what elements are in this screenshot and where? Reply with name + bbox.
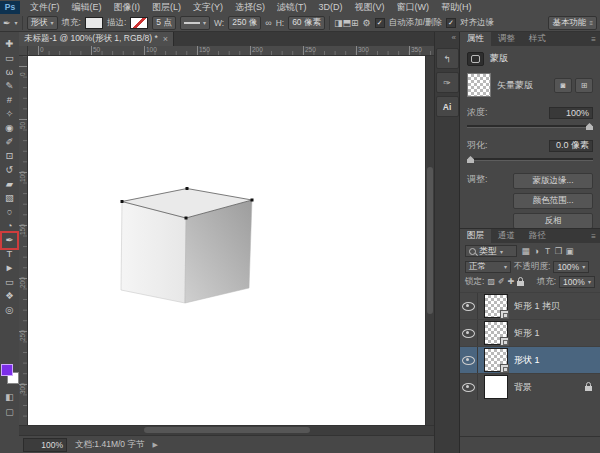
dock-panel-button[interactable]: ↰ xyxy=(436,48,459,69)
eye-icon[interactable] xyxy=(462,383,475,392)
refine-button[interactable]: 反相 xyxy=(513,213,593,228)
tool-preset-caret-icon[interactable]: ▾ xyxy=(15,19,18,26)
filter-kind-icon[interactable]: T xyxy=(542,245,553,257)
filter-kind-icon[interactable]: ▦ xyxy=(520,245,531,257)
panel-menu-icon[interactable]: ≡ xyxy=(591,35,600,44)
blend-mode-select[interactable]: 正常 ▾ xyxy=(465,261,511,273)
link-dimensions-icon[interactable]: ∞ xyxy=(265,18,271,28)
fill-opacity-input[interactable]: 100% ▾ xyxy=(559,276,595,288)
layer-name[interactable]: 背景 xyxy=(514,381,532,394)
close-icon[interactable]: × xyxy=(163,34,168,44)
stroke-width-input[interactable]: 5 点 xyxy=(152,16,176,30)
width-input[interactable]: 250 像 xyxy=(228,16,261,30)
canvas[interactable] xyxy=(28,56,425,425)
zoom-level-input[interactable]: 100% xyxy=(23,438,67,452)
screen-mode-button[interactable]: ▢ xyxy=(0,405,19,418)
panel-tab[interactable]: 图层 xyxy=(460,229,491,243)
panel-tab[interactable]: 路径 xyxy=(522,229,553,243)
tool-button[interactable]: ▰ xyxy=(0,176,19,190)
path-operation-icon[interactable]: ⊞ xyxy=(351,18,359,28)
vertical-scrollbar[interactable] xyxy=(425,56,434,425)
panel-tab[interactable]: 样式 xyxy=(522,32,553,46)
visibility-cell[interactable] xyxy=(460,374,478,400)
status-expand-icon[interactable]: ▶ xyxy=(152,441,157,449)
path-operation-icon[interactable]: ⬒ xyxy=(342,18,351,28)
menu-item[interactable]: 图层(L) xyxy=(146,2,187,12)
lock-all-icon[interactable] xyxy=(517,277,524,286)
panel-tab[interactable]: 属性 xyxy=(460,32,491,46)
layer-thumbnail[interactable] xyxy=(484,294,508,318)
document-tab[interactable]: 未标题-1 @ 100%(形状 1, RGB/8) * × xyxy=(19,32,174,46)
tool-button[interactable]: ❖ xyxy=(0,288,19,302)
layer-name[interactable]: 矩形 1 xyxy=(514,327,540,340)
layer-thumbnail[interactable] xyxy=(484,375,508,399)
layer-thumbnail[interactable] xyxy=(484,321,508,345)
panel-tab[interactable]: 通道 xyxy=(491,229,522,243)
auto-add-checkbox[interactable]: ✓ xyxy=(375,18,385,28)
tool-button[interactable]: ► xyxy=(0,260,19,274)
tool-button[interactable]: ◎ xyxy=(0,302,19,316)
eye-icon[interactable] xyxy=(462,356,475,365)
tool-button[interactable]: ✚ xyxy=(0,36,19,50)
gear-icon[interactable]: ⚙ xyxy=(363,18,371,28)
filter-kind-icon[interactable]: ▣ xyxy=(564,245,575,257)
collapse-panels-icon[interactable]: « xyxy=(435,32,459,45)
layer-name[interactable]: 矩形 1 拷贝 xyxy=(514,300,560,313)
menu-item[interactable]: 编辑(E) xyxy=(66,2,108,12)
horizontal-scrollbar[interactable] xyxy=(19,425,434,435)
menu-item[interactable]: 帮助(H) xyxy=(435,2,478,12)
filter-kind-icon[interactable]: ◑ xyxy=(531,245,542,257)
layer-row[interactable]: 矩形 1 xyxy=(460,319,600,346)
layer-thumbnail[interactable] xyxy=(484,348,508,372)
tool-button[interactable]: ▭ xyxy=(0,274,19,288)
refine-button[interactable]: 颜色范围... xyxy=(513,193,593,209)
foreground-color-swatch[interactable] xyxy=(1,364,13,376)
layer-row[interactable]: 矩形 1 拷贝 xyxy=(460,292,600,319)
dock-panel-button[interactable]: ✑ xyxy=(436,72,459,93)
eye-icon[interactable] xyxy=(462,329,475,338)
menu-item[interactable]: 视图(V) xyxy=(349,2,391,12)
filter-kind-icon[interactable]: ❒ xyxy=(553,245,564,257)
visibility-cell[interactable] xyxy=(460,320,478,346)
menu-item[interactable]: 文字(Y) xyxy=(187,2,229,12)
tool-button[interactable]: # xyxy=(0,92,19,106)
feather-slider[interactable] xyxy=(467,155,593,163)
opacity-input[interactable]: 100% ▾ xyxy=(553,261,589,273)
menu-item[interactable]: 窗口(W) xyxy=(391,2,436,12)
tool-button[interactable]: ⊡ xyxy=(0,148,19,162)
filter-type-select[interactable]: 类型 ▾ xyxy=(465,245,517,257)
layer-row[interactable]: 背景 xyxy=(460,373,600,400)
scrollbar-thumb[interactable] xyxy=(144,427,310,433)
menu-item[interactable]: 滤镜(T) xyxy=(271,2,313,12)
tool-button[interactable]: ↺ xyxy=(0,162,19,176)
pen-tool-preset-icon[interactable]: ✒ xyxy=(3,18,11,28)
menu-item[interactable]: 图像(I) xyxy=(108,2,147,12)
visibility-cell[interactable] xyxy=(460,293,478,319)
lock-option-icon[interactable]: ✐ xyxy=(498,277,505,286)
lock-option-icon[interactable]: ▨ xyxy=(487,277,495,286)
mask-button[interactable]: ⊞ xyxy=(575,78,593,93)
menu-item[interactable]: 选择(S) xyxy=(229,2,271,12)
tool-mode-select[interactable]: 形状 ▾ xyxy=(27,16,58,30)
horizontal-ruler[interactable]: 050100150200250300350 xyxy=(28,46,434,56)
tool-button[interactable]: ◉ xyxy=(0,120,19,134)
tool-button[interactable]: ✎ xyxy=(0,78,19,92)
stroke-style-select[interactable]: ▾ xyxy=(180,16,210,30)
panel-tab[interactable]: 调整 xyxy=(491,32,522,46)
layer-name[interactable]: 形状 1 xyxy=(514,354,540,367)
stroke-swatch[interactable] xyxy=(130,17,148,29)
density-value[interactable]: 100% xyxy=(549,107,593,119)
menu-item[interactable]: 文件(F) xyxy=(24,2,66,12)
workspace-switcher[interactable]: 基本功能 ≡ xyxy=(548,16,597,30)
lock-option-icon[interactable]: ✚ xyxy=(508,277,515,286)
layer-row[interactable]: 形状 1 xyxy=(460,346,600,373)
tool-button[interactable]: ▧ xyxy=(0,190,19,204)
feather-value[interactable]: 0.0 像素 xyxy=(549,140,593,152)
tool-button[interactable]: ○ xyxy=(0,204,19,218)
density-slider[interactable] xyxy=(467,122,593,130)
vertical-ruler[interactable]: 050100150200250300 xyxy=(19,56,28,425)
vector-mask-thumbnail[interactable] xyxy=(467,73,491,97)
menu-item[interactable]: 3D(D) xyxy=(313,2,349,12)
tool-button[interactable]: ω xyxy=(0,64,19,78)
tool-button[interactable]: ▭ xyxy=(0,50,19,64)
